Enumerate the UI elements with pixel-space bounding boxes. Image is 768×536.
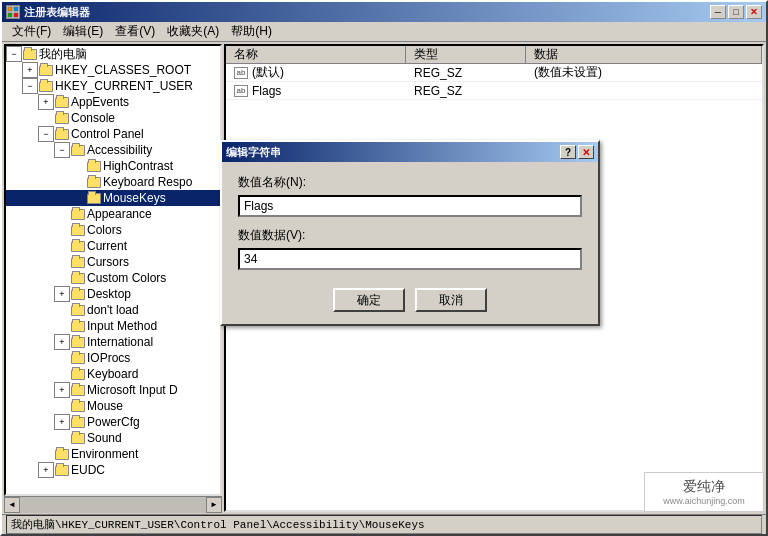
dialog-buttons: 确定 取消	[238, 288, 582, 312]
dialog-title-buttons: ? ✕	[560, 145, 594, 159]
data-input[interactable]	[238, 248, 582, 270]
dialog-close-button[interactable]: ✕	[578, 145, 594, 159]
cancel-button[interactable]: 取消	[415, 288, 487, 312]
name-input[interactable]	[238, 195, 582, 217]
dialog-help-button[interactable]: ?	[560, 145, 576, 159]
dialog-content: 数值名称(N): 数值数据(V): 确定 取消	[222, 162, 598, 324]
edit-dialog: 编辑字符串 ? ✕ 数值名称(N): 数值数据(V): 确定 取消	[220, 140, 600, 326]
dialog-overlay: 编辑字符串 ? ✕ 数值名称(N): 数值数据(V): 确定 取消	[0, 0, 768, 536]
data-label: 数值数据(V):	[238, 227, 582, 244]
name-label: 数值名称(N):	[238, 174, 582, 191]
dialog-title: 编辑字符串	[226, 145, 281, 160]
ok-button[interactable]: 确定	[333, 288, 405, 312]
dialog-title-bar: 编辑字符串 ? ✕	[222, 142, 598, 162]
